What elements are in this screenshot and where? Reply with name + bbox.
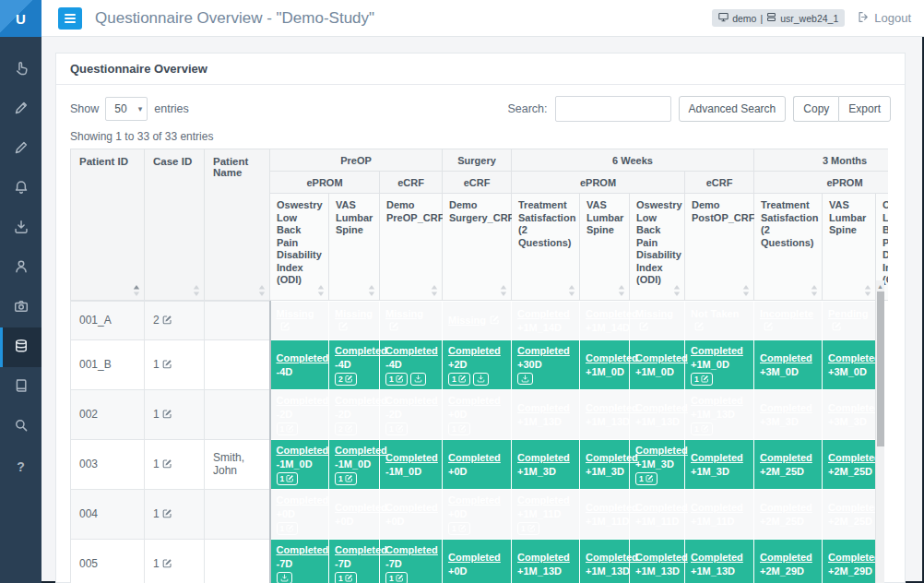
column-header-patient-name[interactable]: Patient Name [205,149,270,301]
sidebar-item-bell[interactable] [0,169,41,208]
status-cell-completed[interactable]: Completed+3M_0D [823,339,876,389]
status-link[interactable]: Missing [277,308,314,319]
status-cell-completed[interactable]: Completed+1M_3D [512,439,580,489]
status-cell-completed[interactable]: Completed+3M_0D [754,339,823,389]
edit-1-badge[interactable]: 1 [385,572,408,583]
sort-icon[interactable] [258,285,266,296]
status-cell-completed[interactable]: Completed+0D1 [270,489,329,539]
status-link[interactable]: Pending [828,308,868,319]
status-cell-incomplete[interactable]: Incomplete [754,301,823,339]
sort-icon[interactable] [742,285,750,296]
status-cell-completed[interactable]: Completed-7D [270,539,329,583]
edit-status-icon[interactable] [694,321,705,334]
status-link[interactable]: Completed [586,308,638,319]
status-cell-completed[interactable]: Completed+3M_3D [823,389,876,439]
status-cell-completed[interactable]: Completed+0D1 [443,389,512,439]
column-header-case-id[interactable]: Case ID [145,149,205,301]
sidebar-item-address-book[interactable] [0,367,41,407]
status-cell-pending[interactable]: Pending [823,301,876,339]
status-cell-missing[interactable]: Missing [630,301,685,339]
edit-1-badge[interactable]: 1 [277,522,299,535]
edit-1-badge[interactable]: 1 [691,373,713,386]
status-link[interactable]: Completed [517,402,570,413]
sort-icon[interactable] [568,285,575,296]
status-cell-completed[interactable]: Completed+2M_25D [823,489,876,539]
status-cell-completed[interactable]: Completed+2M_25D [823,439,876,489]
status-cell-completed[interactable]: Completed+1M_3D [580,439,630,489]
questionnaire-header[interactable]: Oswestry Low Back Pain Disability Index … [270,194,329,301]
status-link[interactable]: Completed [760,402,812,413]
status-cell-completed[interactable]: Completed+2M_25D [754,439,823,489]
status-link[interactable]: Completed [586,502,638,513]
status-link[interactable]: Completed [586,402,638,413]
sidebar-item-search[interactable] [0,407,41,446]
app-logo[interactable]: U [0,0,41,37]
status-link[interactable]: Completed [586,352,638,363]
status-cell-missing[interactable]: Missing [270,301,329,339]
status-cell-completed[interactable]: Completed+1M_13D [512,389,580,439]
status-link[interactable]: Completed [517,345,570,356]
download-badge[interactable] [517,373,533,385]
status-cell-completed[interactable]: Completed+1M_13D [685,539,754,583]
edit-1-badge[interactable]: 1 [448,522,470,535]
status-link[interactable]: Completed [517,494,570,506]
edit-case-icon[interactable] [162,558,172,571]
edit-status-icon[interactable] [639,321,649,334]
sort-icon[interactable] [368,285,375,296]
questionnaire-header[interactable]: VAS Lumbar Spine [580,194,630,301]
edit-1-badge[interactable]: 1 [277,422,299,435]
status-link[interactable]: Completed [691,345,743,356]
status-cell-completed[interactable]: Completed+3M_3D [754,389,823,439]
status-cell-completed[interactable]: Completed-4D2 [329,339,380,389]
status-cell-completed[interactable]: Completed-1M_0D1 [329,439,380,489]
status-link[interactable]: Missing [635,308,673,319]
download-badge[interactable] [277,572,292,583]
sidebar-item-pencil[interactable] [0,89,41,129]
export-button[interactable]: Export [838,96,891,122]
questionnaire-header[interactable]: VAS Lumbar Spine [329,194,380,301]
status-link[interactable]: Completed [335,445,387,456]
copy-button[interactable]: Copy [793,96,838,122]
status-link[interactable]: Completed [385,452,438,463]
status-cell-completed[interactable]: Completed+1M_13D [512,539,580,583]
status-link[interactable]: Completed [760,352,812,363]
status-link[interactable]: Completed [691,502,743,513]
status-link[interactable]: Completed [828,502,875,513]
status-link[interactable]: Completed [691,452,743,463]
download-badge[interactable] [473,373,489,386]
edit-1-badge[interactable]: 1 [385,422,408,435]
status-link[interactable]: Completed [448,395,501,406]
status-cell-not-taken[interactable]: Not Taken [685,301,754,339]
status-link[interactable]: Completed [277,494,329,506]
status-link[interactable]: Completed [517,308,570,319]
edit-1-badge[interactable]: 1 [277,472,299,485]
sort-icon[interactable] [618,285,625,296]
status-link[interactable]: Completed [828,452,875,463]
questionnaire-header[interactable]: Demo Surgery_CRF [443,194,512,301]
menu-toggle-button[interactable] [58,7,82,30]
edit-status-icon[interactable] [490,315,500,327]
status-link[interactable]: Completed [448,552,501,563]
status-link[interactable]: Completed [691,552,743,563]
status-link[interactable]: Completed [277,352,329,363]
status-cell-completed[interactable]: Completed+1M_0D [580,339,630,389]
sort-icon[interactable] [864,285,871,296]
status-link[interactable]: Completed [635,352,688,363]
edit-case-icon[interactable] [162,508,172,521]
status-cell-completed[interactable]: Completed+0D [329,489,380,539]
status-cell-completed[interactable]: Completed-1M_0D [380,439,443,489]
edit-status-icon[interactable] [832,321,842,334]
status-cell-completed[interactable]: Completed+30D [512,339,580,389]
status-link[interactable]: Completed [448,345,501,356]
questionnaire-header[interactable]: Treatment Satisfaction (2 Questions) [754,194,823,301]
search-input[interactable] [555,96,671,122]
session-badge[interactable]: demo | usr_web24_1 [712,9,845,27]
status-cell-completed[interactable]: Completed+1M_13D [630,389,685,439]
status-cell-completed[interactable]: Completed+1M_11D [630,489,685,539]
edit-case-icon[interactable] [162,458,172,471]
sidebar-item-pencil-alt[interactable] [0,129,41,169]
edit-status-icon[interactable] [389,321,399,334]
status-link[interactable]: Completed [385,395,438,406]
column-header-patient-id[interactable]: Patient ID [71,149,145,301]
edit-status-icon[interactable] [764,321,774,334]
